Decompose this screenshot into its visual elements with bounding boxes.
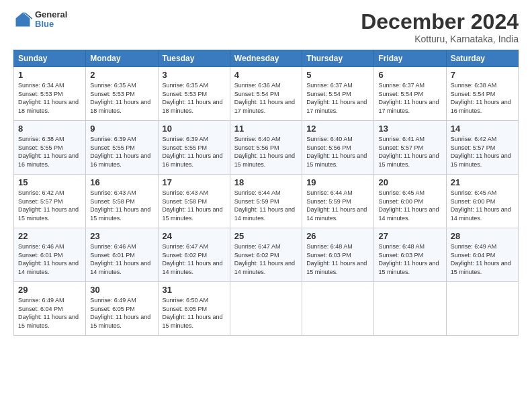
day-info: Sunrise: 6:49 AM Sunset: 6:05 PM Dayligh… [90, 296, 153, 330]
calendar-day-7: 7Sunrise: 6:38 AM Sunset: 5:54 PM Daylig… [446, 67, 518, 121]
logo: General Blue [13, 10, 67, 30]
calendar-day-27: 27Sunrise: 6:48 AM Sunset: 6:03 PM Dayli… [374, 228, 446, 282]
day-number: 25 [234, 231, 298, 241]
day-info: Sunrise: 6:37 AM Sunset: 5:54 PM Dayligh… [306, 81, 369, 115]
calendar-week-2: 8Sunrise: 6:38 AM Sunset: 5:55 PM Daylig… [14, 121, 519, 175]
day-header-tuesday: Tuesday [158, 50, 230, 67]
calendar-day-9: 9Sunrise: 6:39 AM Sunset: 5:55 PM Daylig… [86, 121, 158, 175]
calendar-day-22: 22Sunrise: 6:46 AM Sunset: 6:01 PM Dayli… [14, 228, 86, 282]
day-number: 20 [378, 177, 441, 187]
calendar-day-20: 20Sunrise: 6:45 AM Sunset: 6:00 PM Dayli… [374, 175, 446, 228]
day-header-thursday: Thursday [302, 50, 374, 67]
day-number: 22 [18, 231, 81, 241]
day-number: 10 [163, 124, 226, 134]
day-info: Sunrise: 6:43 AM Sunset: 5:58 PM Dayligh… [163, 189, 226, 222]
day-header-monday: Monday [86, 50, 158, 67]
calendar-day-12: 12Sunrise: 6:40 AM Sunset: 5:56 PM Dayli… [302, 121, 374, 175]
logo-general: General [35, 10, 67, 19]
empty-cell [302, 282, 374, 336]
calendar-day-6: 6Sunrise: 6:37 AM Sunset: 5:54 PM Daylig… [374, 67, 446, 121]
day-number: 11 [234, 124, 298, 134]
day-header-wednesday: Wednesday [230, 50, 302, 67]
day-info: Sunrise: 6:37 AM Sunset: 5:54 PM Dayligh… [378, 81, 441, 115]
day-number: 21 [451, 177, 514, 187]
calendar-day-15: 15Sunrise: 6:42 AM Sunset: 5:57 PM Dayli… [14, 175, 86, 228]
calendar-day-8: 8Sunrise: 6:38 AM Sunset: 5:55 PM Daylig… [14, 121, 86, 175]
day-number: 5 [306, 70, 369, 80]
day-info: Sunrise: 6:47 AM Sunset: 6:02 PM Dayligh… [163, 242, 226, 276]
calendar-page: General Blue December 2024 Kotturu, Karn… [0, 0, 532, 411]
calendar-day-1: 1Sunrise: 6:34 AM Sunset: 5:53 PM Daylig… [14, 67, 86, 121]
calendar-week-4: 22Sunrise: 6:46 AM Sunset: 6:01 PM Dayli… [14, 228, 519, 282]
day-number: 17 [163, 177, 226, 187]
day-header-sunday: Sunday [14, 50, 86, 67]
logo-text: General Blue [35, 10, 67, 30]
calendar-day-28: 28Sunrise: 6:49 AM Sunset: 6:04 PM Dayli… [446, 228, 518, 282]
day-number: 16 [90, 177, 153, 187]
day-info: Sunrise: 6:47 AM Sunset: 6:02 PM Dayligh… [234, 242, 298, 276]
calendar-day-29: 29Sunrise: 6:49 AM Sunset: 6:04 PM Dayli… [14, 282, 86, 336]
day-number: 30 [90, 285, 153, 295]
calendar-day-30: 30Sunrise: 6:49 AM Sunset: 6:05 PM Dayli… [86, 282, 158, 336]
day-number: 28 [451, 231, 514, 241]
day-info: Sunrise: 6:45 AM Sunset: 6:00 PM Dayligh… [451, 189, 514, 222]
calendar-day-18: 18Sunrise: 6:44 AM Sunset: 5:59 PM Dayli… [230, 175, 302, 228]
calendar-day-10: 10Sunrise: 6:39 AM Sunset: 5:55 PM Dayli… [158, 121, 230, 175]
calendar-day-2: 2Sunrise: 6:35 AM Sunset: 5:53 PM Daylig… [86, 67, 158, 121]
day-header-friday: Friday [374, 50, 446, 67]
calendar-day-26: 26Sunrise: 6:48 AM Sunset: 6:03 PM Dayli… [302, 228, 374, 282]
day-number: 18 [234, 177, 298, 187]
day-number: 2 [90, 70, 153, 80]
calendar-week-5: 29Sunrise: 6:49 AM Sunset: 6:04 PM Dayli… [14, 282, 519, 336]
calendar-header-row: SundayMondayTuesdayWednesdayThursdayFrid… [14, 50, 519, 67]
calendar-day-4: 4Sunrise: 6:36 AM Sunset: 5:54 PM Daylig… [230, 67, 302, 121]
day-header-saturday: Saturday [446, 50, 518, 67]
empty-cell [230, 282, 302, 336]
day-info: Sunrise: 6:50 AM Sunset: 6:05 PM Dayligh… [163, 296, 226, 330]
day-info: Sunrise: 6:48 AM Sunset: 6:03 PM Dayligh… [306, 242, 369, 276]
calendar-day-23: 23Sunrise: 6:46 AM Sunset: 6:01 PM Dayli… [86, 228, 158, 282]
day-info: Sunrise: 6:44 AM Sunset: 5:59 PM Dayligh… [306, 189, 369, 222]
day-info: Sunrise: 6:46 AM Sunset: 6:01 PM Dayligh… [18, 242, 81, 276]
day-number: 19 [306, 177, 369, 187]
day-number: 13 [378, 124, 441, 134]
calendar-table: SundayMondayTuesdayWednesdayThursdayFrid… [13, 50, 519, 336]
day-info: Sunrise: 6:48 AM Sunset: 6:03 PM Dayligh… [378, 242, 441, 276]
day-number: 6 [378, 70, 441, 80]
day-info: Sunrise: 6:42 AM Sunset: 5:57 PM Dayligh… [18, 189, 81, 222]
day-info: Sunrise: 6:35 AM Sunset: 5:53 PM Dayligh… [90, 81, 153, 115]
day-info: Sunrise: 6:35 AM Sunset: 5:53 PM Dayligh… [163, 81, 226, 115]
location: Kotturu, Karnataka, India [361, 34, 519, 44]
day-number: 7 [451, 70, 514, 80]
calendar-day-5: 5Sunrise: 6:37 AM Sunset: 5:54 PM Daylig… [302, 67, 374, 121]
calendar-day-17: 17Sunrise: 6:43 AM Sunset: 5:58 PM Dayli… [158, 175, 230, 228]
day-number: 29 [18, 285, 81, 295]
day-info: Sunrise: 6:40 AM Sunset: 5:56 PM Dayligh… [306, 135, 369, 169]
title-section: December 2024 Kotturu, Karnataka, India [361, 10, 519, 44]
calendar-day-11: 11Sunrise: 6:40 AM Sunset: 5:56 PM Dayli… [230, 121, 302, 175]
day-info: Sunrise: 6:44 AM Sunset: 5:59 PM Dayligh… [234, 189, 298, 222]
calendar-day-13: 13Sunrise: 6:41 AM Sunset: 5:57 PM Dayli… [374, 121, 446, 175]
calendar-day-14: 14Sunrise: 6:42 AM Sunset: 5:57 PM Dayli… [446, 121, 518, 175]
empty-cell [374, 282, 446, 336]
logo-blue: Blue [35, 19, 67, 29]
day-number: 4 [234, 70, 298, 80]
calendar-day-19: 19Sunrise: 6:44 AM Sunset: 5:59 PM Dayli… [302, 175, 374, 228]
day-number: 9 [90, 124, 153, 134]
day-info: Sunrise: 6:46 AM Sunset: 6:01 PM Dayligh… [90, 242, 153, 276]
day-number: 1 [18, 70, 81, 80]
day-info: Sunrise: 6:36 AM Sunset: 5:54 PM Dayligh… [234, 81, 298, 115]
calendar-week-3: 15Sunrise: 6:42 AM Sunset: 5:57 PM Dayli… [14, 175, 519, 228]
calendar-day-25: 25Sunrise: 6:47 AM Sunset: 6:02 PM Dayli… [230, 228, 302, 282]
day-info: Sunrise: 6:34 AM Sunset: 5:53 PM Dayligh… [18, 81, 81, 115]
day-info: Sunrise: 6:49 AM Sunset: 6:04 PM Dayligh… [18, 296, 81, 330]
day-number: 15 [18, 177, 81, 187]
logo-icon [13, 10, 32, 29]
day-number: 3 [163, 70, 226, 80]
calendar-day-3: 3Sunrise: 6:35 AM Sunset: 5:53 PM Daylig… [158, 67, 230, 121]
day-info: Sunrise: 6:39 AM Sunset: 5:55 PM Dayligh… [90, 135, 153, 169]
day-number: 8 [18, 124, 81, 134]
calendar-day-16: 16Sunrise: 6:43 AM Sunset: 5:58 PM Dayli… [86, 175, 158, 228]
day-info: Sunrise: 6:39 AM Sunset: 5:55 PM Dayligh… [163, 135, 226, 169]
day-info: Sunrise: 6:49 AM Sunset: 6:04 PM Dayligh… [451, 242, 514, 276]
